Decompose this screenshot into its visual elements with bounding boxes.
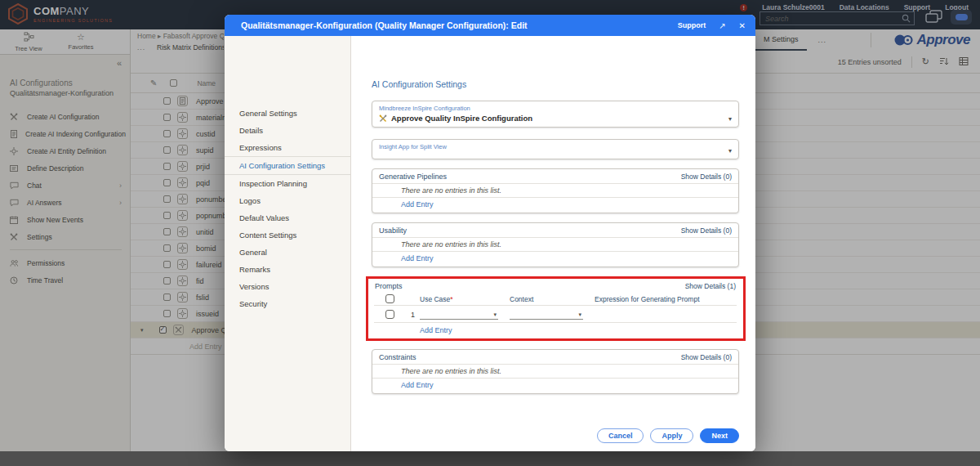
dialog-title: Qualitätsmanager-Konfiguration (Quality …: [241, 20, 528, 30]
use-case-select[interactable]: ▾: [420, 309, 498, 320]
usability-section: Usability Show Details (0) There are no …: [372, 222, 739, 267]
dialog-nav-expressions[interactable]: Expressions: [225, 139, 350, 156]
dialog-nav-inspection-planning[interactable]: Inspection Planning: [225, 175, 350, 192]
tools-icon: [379, 114, 387, 123]
row-number: 1: [405, 311, 420, 319]
add-entry-link[interactable]: Add Entry: [374, 323, 737, 336]
select-all-checkbox[interactable]: [385, 294, 394, 303]
prompts-section-highlight: Prompts Show Details (1) Use Case* Conte…: [366, 276, 746, 341]
dialog-nav-ai-configuration-settings[interactable]: AI Configuration Settings: [225, 156, 350, 175]
dialog-nav-general-settings[interactable]: General Settings: [225, 105, 350, 122]
dialog-nav-content-settings[interactable]: Content Settings: [225, 226, 350, 244]
cancel-button[interactable]: Cancel: [597, 428, 644, 443]
close-icon[interactable]: ✕: [739, 21, 746, 30]
prompts-header-row: Use Case* Context Expression for Generat…: [374, 292, 737, 305]
expression-column-header: Expression for Generating Prompt: [595, 295, 737, 303]
dialog-nav-versions[interactable]: Versions: [225, 278, 350, 295]
dialog-content: AI Configuration Settings Mindbreeze InS…: [351, 36, 755, 451]
edit-dialog: Qualitätsmanager-Konfiguration (Quality …: [225, 15, 755, 451]
chevron-down-icon[interactable]: ▾: [728, 115, 732, 123]
dialog-footer: Cancel Apply Next: [597, 428, 739, 443]
content-heading: AI Configuration Settings: [372, 79, 739, 89]
dialog-support-link[interactable]: Support: [678, 21, 706, 29]
dialog-nav-remarks[interactable]: Remarks: [225, 261, 350, 278]
mindbreeze-inspire-configuration-field[interactable]: Mindbreeze InSpire Configuration Approve…: [372, 101, 739, 128]
field-value: Approve Quality InSpire Configuration: [391, 114, 532, 123]
show-details-link[interactable]: Show Details (1): [685, 282, 736, 290]
apply-button[interactable]: Apply: [650, 428, 693, 443]
show-details-link[interactable]: Show Details (0): [681, 173, 732, 181]
show-details-link[interactable]: Show Details (0): [681, 353, 732, 361]
context-select[interactable]: ▾: [510, 309, 583, 320]
page: COMPANY ENGINEERING SOLUTIONS ! Laura Sc…: [0, 0, 980, 466]
constraints-section: Constraints Show Details (0) There are n…: [372, 349, 739, 394]
dialog-nav: General Settings Details Expressions AI …: [225, 36, 351, 451]
chevron-down-icon[interactable]: ▾: [728, 147, 732, 155]
row-checkbox[interactable]: [385, 310, 394, 319]
dialog-nav-logos[interactable]: Logos: [225, 192, 350, 209]
dialog-nav-general[interactable]: General: [225, 244, 350, 261]
prompts-row: 1 ▾ ▾: [374, 306, 737, 322]
generative-pipelines-section: Generative Pipelines Show Details (0) Th…: [372, 168, 739, 213]
add-entry-link[interactable]: Add Entry: [372, 252, 738, 267]
dialog-nav-details[interactable]: Details: [225, 122, 350, 139]
dialog-nav-security[interactable]: Security: [225, 295, 350, 312]
use-case-column-header: Use Case*: [420, 295, 510, 303]
expand-icon[interactable]: ↗: [719, 21, 725, 30]
insight-app-split-view-field[interactable]: Insight App for Split View ▾: [372, 139, 739, 159]
add-entry-link[interactable]: Add Entry: [372, 198, 738, 213]
next-button[interactable]: Next: [700, 428, 739, 443]
chevron-down-icon: ▾: [578, 311, 581, 318]
add-entry-link[interactable]: Add Entry: [372, 379, 738, 393]
dialog-nav-default-values[interactable]: Default Values: [225, 209, 350, 226]
show-details-link[interactable]: Show Details (0): [681, 226, 732, 235]
chevron-down-icon: ▾: [493, 311, 497, 318]
context-column-header: Context: [510, 295, 595, 303]
dialog-header: Qualitätsmanager-Konfiguration (Quality …: [225, 15, 755, 36]
